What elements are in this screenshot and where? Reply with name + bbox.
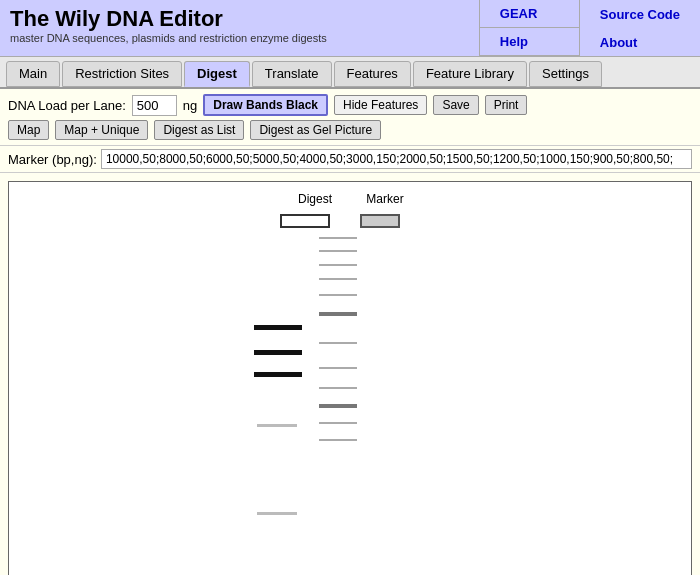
- marker-input[interactable]: [101, 149, 692, 169]
- app-subtitle: master DNA sequences, plasmids and restr…: [10, 32, 469, 44]
- print-button[interactable]: Print: [485, 95, 528, 115]
- digest-lane-label: Digest: [280, 192, 350, 206]
- map-unique-button[interactable]: Map + Unique: [55, 120, 148, 140]
- marker-band-6000: [319, 264, 357, 266]
- tab-settings[interactable]: Settings: [529, 61, 602, 87]
- tab-digest[interactable]: Digest: [184, 61, 250, 87]
- marker-band-1200: [319, 387, 357, 389]
- digest-band-3: [254, 372, 302, 377]
- app-header: The Wily DNA Editor master DNA sequences…: [0, 0, 700, 57]
- map-button[interactable]: Map: [8, 120, 49, 140]
- dna-load-label: DNA Load per Lane:: [8, 98, 126, 113]
- tab-features[interactable]: Features: [334, 61, 411, 87]
- header-left: The Wily DNA Editor master DNA sequences…: [0, 0, 479, 56]
- save-button[interactable]: Save: [433, 95, 478, 115]
- dna-load-input[interactable]: [132, 95, 177, 116]
- tab-main[interactable]: Main: [6, 61, 60, 87]
- gel-picture: Digest Marker: [8, 181, 692, 575]
- marker-lane-label: Marker: [350, 192, 420, 206]
- marker-band-4000: [319, 294, 357, 296]
- marker-lane-box: [360, 214, 400, 228]
- header-links: GEAR Source Code Help About: [479, 0, 700, 56]
- digest-gel-button[interactable]: Digest as Gel Picture: [250, 120, 381, 140]
- digest-band-light-2: [257, 512, 297, 515]
- header-top-row: GEAR Source Code: [480, 0, 700, 28]
- marker-band-5000: [319, 278, 357, 280]
- marker-band-2000: [319, 342, 357, 344]
- gear-link[interactable]: GEAR: [480, 0, 580, 28]
- marker-band-1000: [319, 404, 357, 408]
- help-link[interactable]: Help: [480, 28, 580, 56]
- marker-band-3000: [319, 312, 357, 316]
- digest-list-button[interactable]: Digest as List: [154, 120, 244, 140]
- marker-label: Marker (bp,ng):: [8, 152, 97, 167]
- tab-restriction-sites[interactable]: Restriction Sites: [62, 61, 182, 87]
- app-title: The Wily DNA Editor: [10, 6, 469, 32]
- marker-band-900: [319, 422, 357, 424]
- source-code-link[interactable]: Source Code: [580, 0, 700, 28]
- gel-container: Digest Marker: [0, 173, 700, 575]
- digest-band-light-1: [257, 424, 297, 427]
- about-link[interactable]: About: [580, 28, 680, 56]
- tab-feature-library[interactable]: Feature Library: [413, 61, 527, 87]
- marker-band-8000: [319, 250, 357, 252]
- digest-lane-box: [280, 214, 330, 228]
- tab-translate[interactable]: Translate: [252, 61, 332, 87]
- toolbar-row-1: DNA Load per Lane: ng Draw Bands Black H…: [8, 94, 692, 116]
- marker-band-1500: [319, 367, 357, 369]
- header-bottom-row: Help About: [480, 28, 700, 56]
- marker-band-800: [319, 439, 357, 441]
- marker-band-10000: [319, 237, 357, 239]
- toolbar: DNA Load per Lane: ng Draw Bands Black H…: [0, 89, 700, 146]
- digest-band-1: [254, 325, 302, 330]
- toolbar-row-2: Map Map + Unique Digest as List Digest a…: [8, 120, 692, 140]
- draw-bands-button[interactable]: Draw Bands Black: [203, 94, 328, 116]
- dna-load-unit: ng: [183, 98, 197, 113]
- marker-row: Marker (bp,ng):: [0, 146, 700, 173]
- nav-tabs: Main Restriction Sites Digest Translate …: [0, 57, 700, 89]
- hide-features-button[interactable]: Hide Features: [334, 95, 427, 115]
- digest-band-2: [254, 350, 302, 355]
